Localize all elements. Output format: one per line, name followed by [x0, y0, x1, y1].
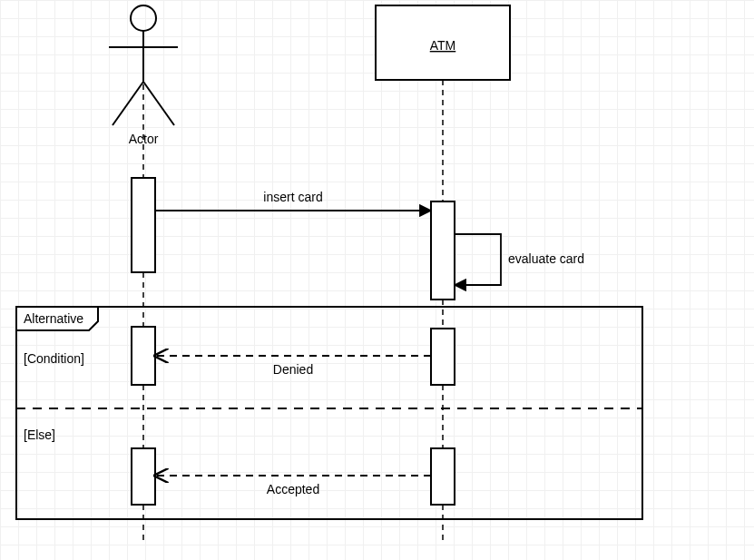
message-denied-label: Denied	[273, 362, 313, 377]
message-insert-label: insert card	[263, 190, 322, 204]
atm-activation-1	[431, 201, 455, 300]
sequence-diagram: Actor ATM insert card evaluate card Alte…	[0, 0, 754, 560]
svg-line-3	[113, 82, 143, 125]
svg-line-4	[143, 82, 174, 125]
actor-activation-1	[132, 178, 155, 272]
message-accepted-label: Accepted	[267, 482, 319, 496]
message-evaluate-label: evaluate card	[508, 251, 584, 266]
alt-frame-title: Alternative	[24, 311, 83, 326]
alt-condition-label: [Condition]	[24, 351, 84, 366]
actor-activation-2	[132, 327, 155, 385]
actor-activation-3	[132, 448, 155, 505]
alt-else-label: [Else]	[24, 427, 55, 442]
atm-activation-2	[431, 329, 455, 385]
svg-point-0	[131, 5, 156, 31]
atm-activation-3	[431, 448, 455, 505]
message-evaluate-loop	[455, 234, 501, 285]
participant-label: ATM	[430, 38, 456, 53]
alt-frame	[16, 307, 642, 519]
